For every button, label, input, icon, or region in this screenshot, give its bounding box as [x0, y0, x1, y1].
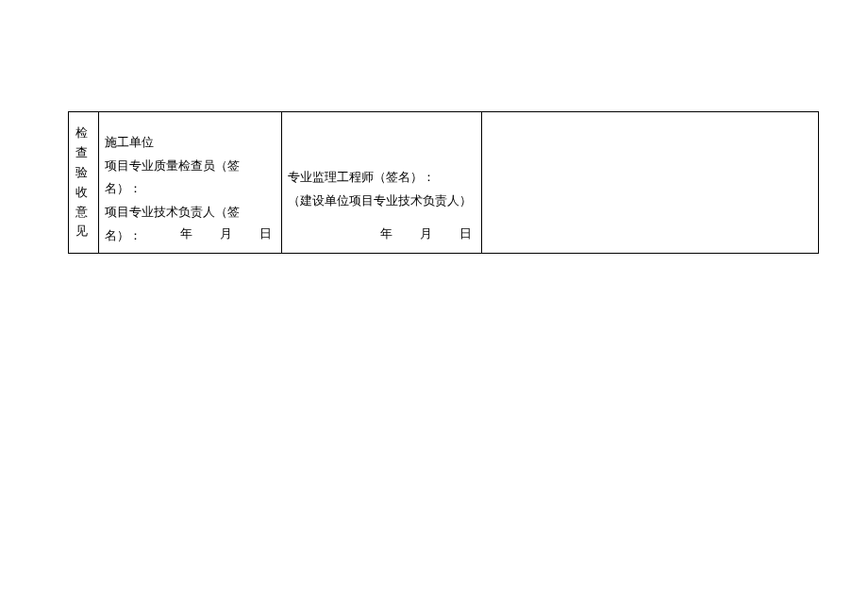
inspection-acceptance-table: 检查 验收 意见 施工单位 项目专业质量检查员（签名）： 项目专业技术负责人（签…: [68, 111, 819, 254]
date-placeholder: 年 月 日: [163, 223, 273, 246]
year-label: 年: [380, 226, 392, 241]
label-line: 检查: [71, 124, 96, 163]
day-label: 日: [459, 226, 472, 241]
row-label-cell: 检查 验收 意见: [69, 112, 99, 254]
construction-unit-text: 施工单位: [105, 131, 275, 155]
empty-cell: [482, 112, 819, 254]
supervising-engineer-cell: 专业监理工程师（签名）： （建设单位项目专业技术负责人） 年 月 日: [282, 112, 482, 254]
month-label: 月: [220, 226, 232, 241]
year-label: 年: [180, 226, 192, 241]
quality-inspector-signature-label: 项目专业质量检查员（签名）：: [105, 155, 275, 201]
day-label: 日: [259, 226, 272, 241]
supervising-engineer-signature-label: 专业监理工程师（签名）：: [288, 166, 476, 190]
label-line: 验收: [71, 163, 96, 203]
month-label: 月: [420, 226, 432, 241]
construction-unit-cell: 施工单位 项目专业质量检查员（签名）： 项目专业技术负责人（签名）： 年 月 日: [99, 112, 282, 254]
table-row: 检查 验收 意见 施工单位 项目专业质量检查员（签名）： 项目专业技术负责人（签…: [69, 112, 819, 254]
date-placeholder: 年 月 日: [363, 223, 473, 246]
owner-technical-lead-note: （建设单位项目专业技术负责人）: [288, 190, 476, 213]
label-line: 意见: [71, 203, 96, 242]
